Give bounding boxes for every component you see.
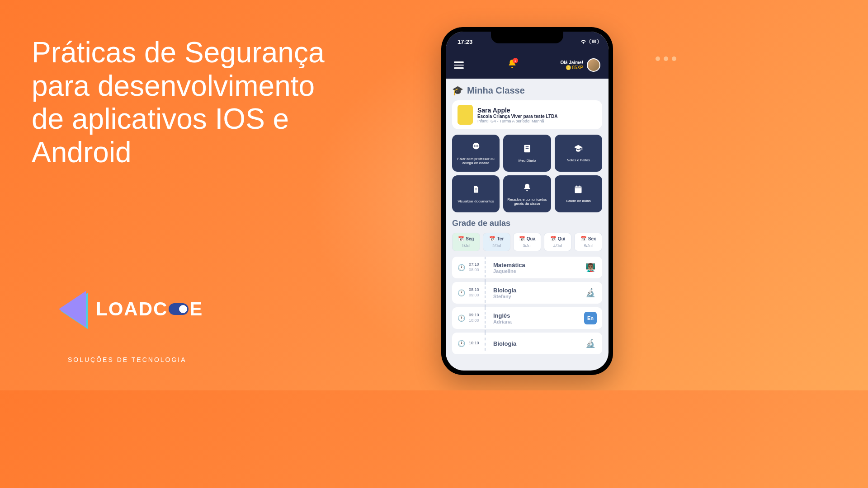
day-date: 2/Jul bbox=[485, 244, 509, 248]
tile-diary[interactable]: Meu Diário bbox=[503, 135, 551, 172]
tile-label: Falar com professor ou colega de classe bbox=[455, 157, 497, 165]
day-tab-ter[interactable]: 📅Ter2/Jul bbox=[483, 233, 511, 251]
lesson-time: 09:1010:00 bbox=[469, 313, 482, 323]
xp-text: 🪙 85XP bbox=[560, 65, 583, 70]
tile-label: Visualizar documentos bbox=[458, 199, 494, 203]
student-school: Escola Criança Viver para teste LTDA bbox=[477, 114, 558, 119]
clock-icon: 🕐 bbox=[458, 340, 465, 347]
lesson-time: 08:1009:00 bbox=[469, 287, 482, 298]
tile-doc[interactable]: Visualizar documentos bbox=[452, 175, 500, 212]
phone-mockup: 17:23 69 1 Olá Jaime! 🪙 85XP bbox=[441, 27, 613, 375]
logo: LOADC E bbox=[63, 291, 203, 327]
lesson-icon: 👨🏽‍🏫 bbox=[584, 261, 597, 274]
tile-cal[interactable]: Grade de aulas bbox=[555, 175, 602, 212]
svg-rect-12 bbox=[576, 186, 577, 187]
tile-bell[interactable]: Recados e comunicados gerais da classe bbox=[503, 175, 551, 212]
svg-rect-9 bbox=[475, 191, 477, 191]
student-name: Sara Apple bbox=[477, 107, 558, 114]
day-tabs: 📅Seg1/Jul📅Ter2/Jul📅Qua3/Jul📅Qui4/Jul📅Sex… bbox=[452, 233, 602, 251]
avatar bbox=[587, 58, 600, 72]
day-name: Qui bbox=[558, 236, 566, 241]
day-date: 4/Jul bbox=[546, 244, 570, 248]
tile-grid: Falar com professor ou colega de classeM… bbox=[452, 135, 602, 212]
logo-toggle-icon bbox=[169, 303, 189, 315]
grad-icon bbox=[573, 144, 584, 155]
tile-label: Recados e comunicados gerais da classe bbox=[506, 197, 548, 206]
svg-rect-8 bbox=[475, 190, 477, 190]
day-name: Seg bbox=[466, 236, 474, 241]
user-chip[interactable]: Olá Jaime! 🪙 85XP bbox=[560, 58, 600, 72]
day-tab-sex[interactable]: 📅Sex5/Jul bbox=[574, 233, 602, 251]
lesson-row[interactable]: 🕐 08:1009:00 Biologia Stefany 🔬 bbox=[452, 282, 602, 304]
tile-grad[interactable]: Notas e Faltas bbox=[555, 135, 602, 172]
day-name: Qua bbox=[527, 236, 535, 241]
status-time: 17:23 bbox=[458, 38, 472, 45]
tile-label: Meu Diário bbox=[519, 159, 536, 163]
lesson-teacher: Jaqueline bbox=[493, 268, 580, 274]
day-date: 5/Jul bbox=[576, 244, 600, 248]
lesson-time: 07:1008:00 bbox=[469, 262, 482, 272]
lesson-subject: Matemática bbox=[493, 262, 580, 268]
logo-triangle-icon bbox=[59, 291, 86, 327]
lesson-teacher: Stefany bbox=[493, 294, 580, 299]
notification-bell[interactable]: 1 bbox=[507, 59, 517, 71]
svg-rect-6 bbox=[526, 148, 529, 149]
bell-badge: 1 bbox=[513, 58, 518, 63]
day-name: Ter bbox=[497, 236, 504, 241]
clock-icon: 🕐 bbox=[458, 264, 465, 271]
lesson-list: 🕐 07:1008:00 Matemática Jaqueline 👨🏽‍🏫 🕐… bbox=[452, 257, 602, 358]
day-tab-qua[interactable]: 📅Qua3/Jul bbox=[513, 233, 541, 251]
student-class-info: Infantil G4 - Turma A período: Manhã bbox=[477, 119, 558, 123]
bell-icon bbox=[523, 183, 532, 195]
lesson-subject: Biologia bbox=[493, 340, 580, 347]
svg-point-1 bbox=[474, 145, 475, 146]
day-date: 1/Jul bbox=[454, 244, 478, 248]
cal-icon bbox=[574, 185, 583, 196]
app-header: 1 Olá Jaime! 🪙 85XP bbox=[446, 52, 609, 79]
lesson-teacher: Adriana bbox=[493, 319, 580, 324]
logo-subtitle: SOLUÇÕES DE TECNOLOGIA bbox=[68, 356, 187, 363]
phone-notch bbox=[491, 32, 563, 43]
tile-label: Grade de aulas bbox=[566, 199, 591, 203]
student-card[interactable]: Sara Apple Escola Criança Viver para tes… bbox=[452, 100, 602, 129]
lesson-row[interactable]: 🕐 10:10 Biologia 🔬 bbox=[452, 333, 602, 354]
menu-button[interactable] bbox=[454, 61, 464, 69]
calendar-mini-icon: 📅 bbox=[519, 236, 525, 242]
section-title-class: 🎓 Minha Classe bbox=[452, 85, 602, 96]
svg-point-3 bbox=[477, 145, 478, 146]
doc-icon bbox=[472, 184, 480, 197]
tile-chat[interactable]: Falar com professor ou colega de classe bbox=[452, 135, 500, 172]
battery-indicator: 69 bbox=[590, 39, 599, 44]
logo-text-b: E bbox=[189, 298, 203, 320]
lesson-subject: Inglês bbox=[493, 312, 580, 319]
calendar-mini-icon: 📅 bbox=[550, 236, 557, 242]
day-tab-qui[interactable]: 📅Qui4/Jul bbox=[544, 233, 572, 251]
lesson-row[interactable]: 🕐 07:1008:00 Matemática Jaqueline 👨🏽‍🏫 bbox=[452, 257, 602, 278]
day-tab-seg[interactable]: 📅Seg1/Jul bbox=[452, 233, 480, 251]
day-name: Sex bbox=[588, 236, 596, 241]
diary-icon bbox=[523, 144, 532, 156]
lesson-icon: 🔬 bbox=[584, 337, 597, 350]
lesson-time: 10:10 bbox=[469, 341, 482, 346]
calendar-mini-icon: 📅 bbox=[489, 236, 495, 242]
lesson-row[interactable]: 🕐 09:1010:00 Inglês Adriana En bbox=[452, 307, 602, 329]
day-date: 3/Jul bbox=[515, 244, 539, 248]
svg-point-2 bbox=[475, 145, 476, 146]
wifi-icon bbox=[580, 38, 587, 45]
logo-text-a: LOADC bbox=[96, 298, 168, 320]
svg-rect-13 bbox=[580, 186, 580, 187]
student-photo bbox=[458, 105, 473, 125]
decorative-dots bbox=[656, 56, 676, 61]
section-title-schedule: Grade de aulas bbox=[452, 219, 602, 228]
greeting-text: Olá Jaime! bbox=[560, 60, 583, 65]
svg-rect-11 bbox=[575, 186, 582, 188]
lesson-icon: En bbox=[584, 312, 597, 324]
calendar-mini-icon: 📅 bbox=[580, 236, 587, 242]
clock-icon: 🕐 bbox=[458, 314, 465, 322]
clock-icon: 🕐 bbox=[458, 289, 465, 296]
calendar-mini-icon: 📅 bbox=[458, 236, 464, 242]
svg-rect-5 bbox=[526, 146, 529, 147]
graduation-cap-icon: 🎓 bbox=[452, 85, 463, 96]
tile-label: Notas e Faltas bbox=[567, 158, 590, 162]
lesson-subject: Biologia bbox=[493, 287, 580, 294]
